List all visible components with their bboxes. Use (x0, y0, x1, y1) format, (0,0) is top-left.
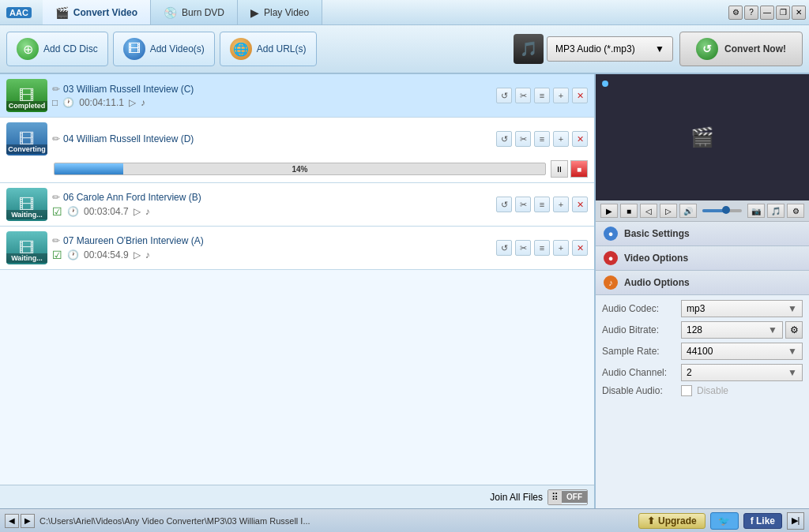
join-toggle-off: OFF (562, 491, 587, 503)
settings-btn-3[interactable]: ≡ (534, 197, 550, 212)
file-item-1[interactable]: 🎞 Completed ✏ 03 William Russell Intevie… (0, 74, 594, 118)
disable-audio-checkbox[interactable] (681, 385, 692, 396)
cut-btn-4[interactable]: ✂ (515, 240, 531, 256)
basic-settings-header[interactable]: ● Basic Settings (596, 222, 809, 246)
audio-bitrate-select[interactable]: 128 ▼ (681, 321, 783, 339)
minimize-button[interactable]: — (760, 6, 774, 20)
add-url-button[interactable]: 🌐 Add URL(s) (220, 32, 317, 66)
play-icon-4[interactable]: ▷ (134, 249, 141, 260)
add-btn-4[interactable]: + (553, 240, 569, 256)
nav-next-button[interactable]: ▶ (21, 514, 35, 528)
file-progress-row-2: 14% ⏸ ■ (0, 160, 594, 182)
file-meta-4: ☑ 🕐 00:04:54.9 ▷ ♪ (52, 249, 491, 261)
edit-icon-2[interactable]: ✏ (52, 133, 60, 144)
music-icon-4: ♪ (145, 249, 150, 260)
format-dropdown[interactable]: MP3 Audio (*.mp3) ▼ (547, 36, 673, 62)
tab-play-video[interactable]: ▶ Play Video (238, 0, 322, 24)
file-checkbox-1: □ (52, 97, 58, 108)
file-item-2[interactable]: 🎞 Converting ✏ 04 William Russell Intevi… (0, 118, 594, 183)
more-button[interactable]: ⚙ (787, 204, 804, 218)
checkbox-checked-4[interactable]: ☑ (52, 249, 62, 261)
edit-icon-3[interactable]: ✏ (52, 192, 60, 203)
maximize-button[interactable]: ❐ (776, 6, 790, 20)
tab-convert-video[interactable]: 🎬 Convert Video (43, 0, 151, 24)
file-actions-4: ↺ ✂ ≡ + ✕ (496, 240, 588, 256)
cut-btn-1[interactable]: ✂ (515, 88, 531, 103)
pause-btn-2[interactable]: ⏸ (551, 160, 568, 178)
remove-btn-2[interactable]: ✕ (572, 131, 588, 147)
add-cd-button[interactable]: ⊕ Add CD Disc (6, 32, 108, 66)
file-status-3: Waiting... (6, 210, 47, 219)
more-nav-button[interactable]: ▶| (787, 512, 804, 530)
add-btn-1[interactable]: + (553, 88, 569, 103)
video-options-header[interactable]: ● Video Options (596, 246, 809, 271)
cut-btn-3[interactable]: ✂ (515, 197, 531, 212)
main-content: 🎞 Completed ✏ 03 William Russell Intevie… (0, 74, 809, 508)
play-icon-1[interactable]: ▷ (129, 97, 136, 108)
nav-prev-button[interactable]: ◀ (5, 514, 19, 528)
add-video-button[interactable]: 🎞 Add Video(s) (113, 32, 215, 66)
audio-bitrate-label: Audio Bitrate: (602, 324, 681, 335)
file-actions-1: ↺ ✂ ≡ + ✕ (496, 88, 588, 103)
edit-icon-1[interactable]: ✏ (52, 84, 60, 95)
file-name-text-1: 03 William Russell Inteview (C) (63, 84, 194, 95)
tab-play-video-label: Play Video (264, 7, 309, 18)
audio-options-header[interactable]: ♪ Audio Options (596, 271, 809, 295)
settings-btn-2[interactable]: ≡ (534, 131, 550, 147)
play-button[interactable]: ▶ (600, 204, 618, 218)
video-options-label: Video Options (624, 253, 688, 264)
convert-now-icon: ↺ (696, 38, 718, 60)
audio-codec-label: Audio Codec: (602, 303, 681, 314)
convert-now-button[interactable]: ↺ Convert Now! (679, 32, 803, 66)
add-btn-3[interactable]: + (553, 197, 569, 212)
file-duration-1: 00:04:11.1 (79, 97, 124, 108)
file-thumb-2: 🎞 Converting (6, 122, 47, 155)
audio-switch-button[interactable]: 🎵 (767, 204, 785, 218)
remove-btn-3[interactable]: ✕ (572, 197, 588, 212)
file-actions-3: ↺ ✂ ≡ + ✕ (496, 197, 588, 212)
remove-btn-4[interactable]: ✕ (572, 240, 588, 256)
refresh-btn-3[interactable]: ↺ (496, 197, 512, 212)
help-button[interactable]: ? (744, 6, 758, 20)
audio-codec-select[interactable]: mp3 ▼ (681, 300, 803, 317)
cut-btn-2[interactable]: ✂ (515, 131, 531, 147)
stop-button[interactable]: ■ (620, 204, 638, 218)
file-item-4[interactable]: 🎞 Waiting... ✏ 07 Maureen O'Brien Interv… (0, 227, 594, 270)
refresh-btn-4[interactable]: ↺ (496, 240, 512, 256)
settings-button[interactable]: ⚙ (728, 6, 743, 20)
screenshot-button[interactable]: 📷 (747, 204, 765, 218)
forward-button[interactable]: ▷ (660, 204, 677, 218)
close-button[interactable]: ✕ (792, 6, 806, 20)
tab-convert-video-label: Convert Video (73, 7, 137, 18)
file-item-3[interactable]: 🎞 Waiting... ✏ 06 Carole Ann Ford Interv… (0, 183, 594, 227)
settings-btn-1[interactable]: ≡ (534, 88, 550, 103)
tab-burn-dvd[interactable]: 💿 Burn DVD (151, 0, 238, 24)
file-thumb-4: 🎞 Waiting... (6, 231, 47, 264)
add-url-icon: 🌐 (230, 38, 252, 60)
file-name-4: ✏ 07 Maureen O'Brien Interview (A) (52, 235, 491, 246)
audio-settings-body: Audio Codec: mp3 ▼ Audio Bitrate: 128 ▼ … (596, 295, 809, 405)
rewind-button[interactable]: ◁ (640, 204, 657, 218)
volume-slider[interactable] (702, 209, 742, 212)
join-toggle[interactable]: ⠿ OFF (547, 489, 588, 505)
remove-btn-1[interactable]: ✕ (572, 88, 588, 103)
audio-channel-select[interactable]: 2 ▼ (681, 364, 803, 381)
refresh-btn-2[interactable]: ↺ (496, 131, 512, 147)
play-icon-3[interactable]: ▷ (134, 206, 141, 217)
add-btn-2[interactable]: + (553, 131, 569, 147)
video-options-icon: ● (604, 251, 618, 265)
checkbox-checked-3[interactable]: ☑ (52, 205, 62, 218)
stop-btn-2[interactable]: ■ (570, 160, 588, 178)
add-cd-label: Add CD Disc (43, 43, 98, 54)
refresh-btn-1[interactable]: ↺ (496, 88, 512, 103)
facebook-button[interactable]: f Like (743, 513, 782, 529)
edit-icon-4[interactable]: ✏ (52, 235, 60, 246)
twitter-button[interactable]: 🐦 (710, 512, 739, 530)
sample-rate-select[interactable]: 44100 ▼ (681, 343, 803, 360)
audio-bitrate-gear[interactable]: ⚙ (785, 321, 803, 339)
aac-badge: AAC (6, 7, 32, 18)
volume-button[interactable]: 🔊 (679, 204, 697, 218)
disable-audio-row: Disable Audio: Disable (602, 385, 803, 396)
upgrade-button[interactable]: ⬆ Upgrade (638, 513, 706, 529)
settings-btn-4[interactable]: ≡ (534, 240, 550, 256)
